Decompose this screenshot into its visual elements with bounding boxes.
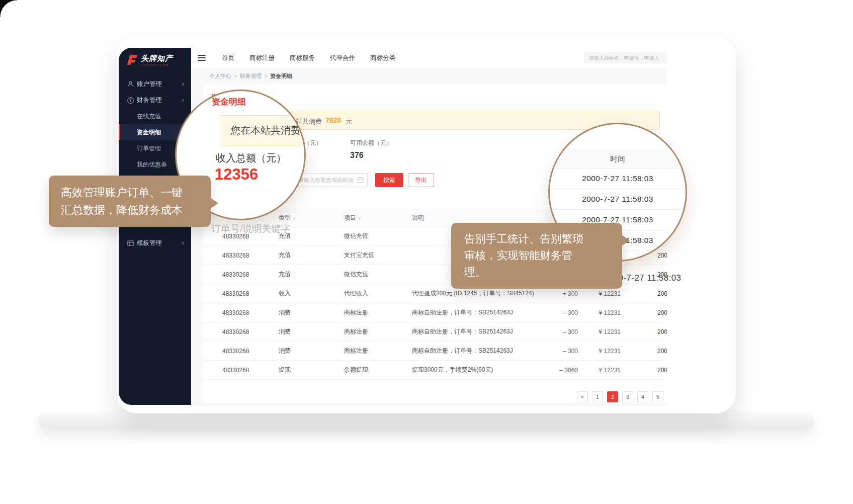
chevron-up-icon: ∧ bbox=[181, 98, 185, 103]
cell-time: 2000-7-27 11:58:03 bbox=[621, 328, 667, 335]
cell-type: 充值 bbox=[279, 270, 344, 279]
cell-type: 提现 bbox=[279, 366, 344, 374]
cell-project: 商标注册 bbox=[344, 327, 412, 336]
cell-balance: ¥ 12231 bbox=[578, 348, 621, 355]
finance-icon bbox=[127, 97, 134, 104]
banner-amount: 7820 bbox=[325, 116, 341, 124]
breadcrumb-item-0[interactable]: 个人中心 bbox=[209, 73, 231, 79]
callout-right-arrow bbox=[622, 235, 630, 246]
stat-balance-label: 可用余额（元） bbox=[350, 139, 392, 147]
cell-amount: – 300 bbox=[553, 348, 578, 355]
nav-item-2[interactable]: 商标服务 bbox=[290, 54, 315, 62]
cell-order: 48330268 bbox=[203, 367, 279, 374]
laptop-base bbox=[38, 411, 815, 429]
search-button[interactable]: 搜索 bbox=[375, 173, 403, 187]
nav-item-1[interactable]: 商标注册 bbox=[249, 54, 275, 62]
magnified-time-header: 时间 bbox=[550, 149, 686, 169]
cell-desc: 提现3000元，手续费2%(60元) bbox=[412, 366, 553, 374]
cell-project: 微信充值 bbox=[344, 270, 412, 279]
breadcrumb-item-2: 资金明细 bbox=[270, 73, 292, 79]
sidebar-item-account[interactable]: 账户管理∨ bbox=[119, 76, 191, 92]
sidebar-item-label: 资金明细 bbox=[137, 128, 161, 137]
cell-desc: 商标自助注册，订单号：SB2514263J bbox=[412, 347, 553, 355]
cell-time: 2000-7-27 11:58:03 bbox=[621, 290, 667, 297]
magnified-banner-text: 您在本站共消费 bbox=[230, 124, 301, 137]
pagination-page-1[interactable]: 1 bbox=[592, 391, 603, 402]
stat-balance: 可用余额（元） 376 bbox=[350, 139, 392, 160]
cell-desc: 商标自助注册，订单号：SB2514263J bbox=[412, 308, 553, 317]
pagination-page-5[interactable]: 5 bbox=[652, 391, 663, 402]
breadcrumb-separator: > bbox=[234, 73, 237, 79]
breadcrumb-separator: > bbox=[264, 73, 267, 79]
chevron-down-icon: ∨ bbox=[181, 240, 185, 245]
table-row: 48330268消费商标注册商标自助注册，订单号：SB2514263J– 300… bbox=[203, 342, 667, 361]
cell-type: 消费 bbox=[279, 308, 344, 317]
export-button[interactable]: 导出 bbox=[408, 173, 434, 187]
chevron-down-icon: ∨ bbox=[181, 81, 185, 87]
cell-project: 余额提现 bbox=[344, 366, 412, 374]
sidebar-item-label: 财务管理 bbox=[137, 96, 162, 105]
template-icon bbox=[127, 239, 134, 247]
trademark-search-input[interactable] bbox=[584, 52, 667, 63]
topbar: 首页商标注册商标服务代理合作商标分类 bbox=[191, 48, 734, 68]
table-row: 48330268消费商标注册商标自助注册，订单号：SB2514263J– 300… bbox=[203, 322, 667, 342]
stat-balance-value: 376 bbox=[350, 151, 392, 160]
callout-left-arrow bbox=[210, 198, 218, 209]
cell-balance: ¥ 12231 bbox=[578, 328, 621, 335]
magnified-income-label: 收入总额（元） bbox=[216, 151, 286, 165]
nav-item-3[interactable]: 代理合作 bbox=[330, 54, 355, 62]
breadcrumb: 个人中心>财务管理>资金明细 bbox=[209, 72, 292, 80]
sort-caret-icon: ∨ bbox=[358, 216, 361, 221]
sidebar-item-recharge[interactable]: 在线充值 bbox=[119, 108, 191, 124]
cell-order: 48330268 bbox=[203, 252, 279, 259]
pagination-page-3[interactable]: 3 bbox=[622, 391, 633, 402]
magnified-banner: 您在本站共消费 32124 bbox=[221, 115, 306, 145]
pagination-page-4[interactable]: 4 bbox=[637, 391, 648, 402]
table-row: 48330268提现余额提现提现3000元，手续费2%(60元)– 3060¥ … bbox=[203, 361, 667, 380]
logo-icon bbox=[126, 54, 138, 65]
breadcrumb-item-1[interactable]: 财务管理 bbox=[239, 73, 262, 79]
table-row: 48330268消费商标注册商标自助注册，订单号：SB2514263J– 300… bbox=[203, 303, 667, 322]
cell-type: 收入 bbox=[279, 289, 344, 298]
sidebar-item-label: 账户管理 bbox=[137, 80, 162, 89]
hamburger-menu-icon[interactable] bbox=[198, 53, 206, 62]
artwork-corner bbox=[0, 0, 17, 17]
nav-item-0[interactable]: 首页 bbox=[222, 54, 234, 62]
column-header-desc: 说明 bbox=[412, 214, 553, 222]
nav-item-4[interactable]: 商标分类 bbox=[370, 54, 395, 62]
logo[interactable]: 头牌知产 TOUPAI.COM bbox=[119, 48, 191, 74]
cell-order: 48330268 bbox=[203, 309, 279, 316]
main-nav: 首页商标注册商标服务代理合作商标分类 bbox=[222, 54, 395, 62]
cell-amount: – 300 bbox=[553, 328, 578, 335]
date-input[interactable] bbox=[294, 173, 368, 187]
cell-type: 消费 bbox=[279, 327, 344, 336]
callout-left-text: 高效管理账户订单、一键 汇总数据，降低财务成本 bbox=[61, 186, 183, 216]
column-header-project[interactable]: 项目∨ bbox=[344, 214, 412, 222]
cell-project: 代理收入 bbox=[344, 289, 412, 298]
cell-amount: + 300 bbox=[553, 290, 578, 297]
sidebar-item-label: 订单管理 bbox=[137, 144, 161, 153]
column-header-type[interactable]: 类型∨ bbox=[279, 214, 344, 222]
cell-type: 充值 bbox=[279, 251, 344, 260]
cell-type: 消费 bbox=[279, 347, 344, 355]
pagination-page-2[interactable]: 2 bbox=[607, 391, 618, 402]
pagination-prev[interactable]: < bbox=[577, 391, 588, 402]
cell-order: 48330268 bbox=[203, 290, 279, 297]
sidebar-item-finance[interactable]: 财务管理∧ bbox=[119, 92, 191, 108]
magnified-keyword-placeholder: 订单号/说明关键字 bbox=[211, 222, 290, 235]
cell-time: 2000-7-27 11:58:03 bbox=[621, 367, 667, 374]
callout-left: 高效管理账户订单、一键 汇总数据，降低财务成本 bbox=[49, 176, 211, 227]
pagination: <12345 bbox=[577, 391, 663, 402]
sidebar-item-template[interactable]: 模板管理∨ bbox=[119, 235, 191, 251]
cell-project: 商标注册 bbox=[344, 347, 412, 355]
banner-unit: 元 bbox=[346, 117, 352, 126]
sidebar-item-label: 模板管理 bbox=[137, 239, 162, 247]
cell-time: 2000-7-27 11:58:03 bbox=[621, 348, 667, 355]
cell-order: 48330268 bbox=[203, 271, 279, 278]
callout-right-text: 告别手工统计、告别繁琐 审核，实现智能财务管 理。 bbox=[464, 233, 583, 278]
cell-time: 2000-7-27 11:58:03 bbox=[621, 309, 667, 316]
cell-order: 48330268 bbox=[203, 348, 279, 355]
cell-project: 商标注册 bbox=[344, 308, 412, 317]
cell-order: 48330268 bbox=[203, 328, 279, 335]
magnified-time-row: 2000-7-27 11:58:03 bbox=[550, 169, 686, 189]
